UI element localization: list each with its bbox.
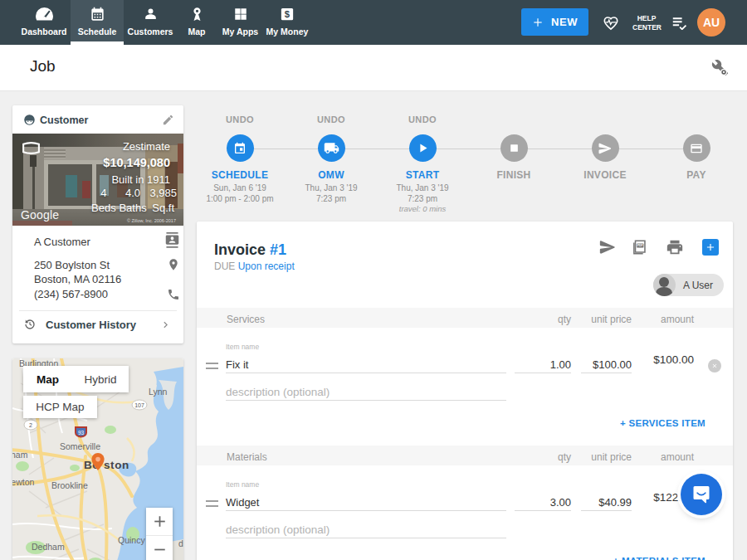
svg-text:ham: ham <box>12 450 28 460</box>
svg-text:Somerville: Somerville <box>60 441 100 451</box>
svg-text:lewton: lewton <box>12 477 35 487</box>
svg-text:107: 107 <box>134 402 144 408</box>
svg-text:di: di <box>178 538 183 548</box>
svg-text:93: 93 <box>78 430 85 436</box>
svg-text:Quincy: Quincy <box>118 535 145 545</box>
svg-text:2: 2 <box>29 422 32 428</box>
svg-text:Brookline: Brookline <box>51 480 88 490</box>
svg-text:Lynn: Lynn <box>149 387 168 397</box>
svg-text:ston: ston <box>104 459 129 471</box>
svg-text:Dedham: Dedham <box>32 542 65 552</box>
svg-text:PDF: PDF <box>637 244 643 247</box>
